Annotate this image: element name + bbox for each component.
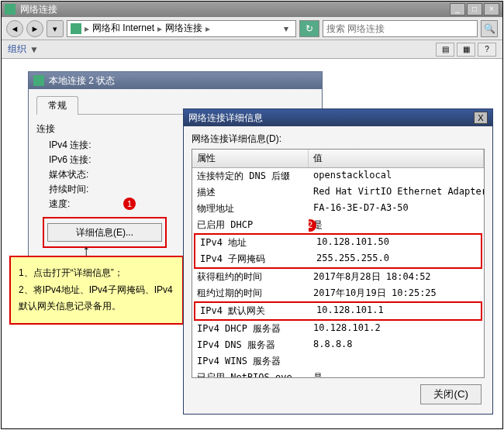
table-row[interactable]: 已启用 NetBIOS ove...是 xyxy=(192,370,484,378)
view-mode-1[interactable]: ▤ xyxy=(436,43,454,57)
table-row[interactable]: IPv4 地址10.128.101.50 xyxy=(195,235,481,251)
cell-value: openstacklocal xyxy=(309,169,484,184)
col-value[interactable]: 值 xyxy=(309,150,484,167)
status-titlebar[interactable]: 本地连接 2 状态 xyxy=(29,72,322,89)
listview-header: 属性 值 xyxy=(192,150,484,168)
cell-property: IPv4 DHCP 服务器 xyxy=(192,322,309,336)
connection-icon xyxy=(33,75,44,86)
label-ipv6-conn: IPv6 连接: xyxy=(49,153,119,167)
main-titlebar[interactable]: 网络连接 _ □ × xyxy=(2,2,502,17)
status-title: 本地连接 2 状态 xyxy=(49,74,317,88)
window-title: 网络连接 xyxy=(20,3,450,16)
label-media: 媒体状态: xyxy=(49,168,119,181)
table-row[interactable]: 租约过期的时间2017年10月19日 10:25:25 xyxy=(192,285,484,301)
connection-details-dialog: 网络连接详细信息 X 网络连接详细信息(D): 属性 值 连接特定的 DNS 后… xyxy=(183,108,493,415)
cell-property: 连接特定的 DNS 后缀 xyxy=(192,169,309,184)
table-row[interactable]: IPv4 WINS 服务器 xyxy=(192,353,484,370)
label-ipv4-conn: IPv4 连接: xyxy=(49,139,119,152)
cell-property: IPv4 DNS 服务器 xyxy=(192,338,309,353)
cell-property: 已启用 DHCP xyxy=(192,218,309,232)
cell-value: 10.128.101.50 xyxy=(312,236,481,250)
annotation-highlight-2: IPv4 地址10.128.101.50IPv4 子网掩码255.255.255… xyxy=(194,233,482,269)
details-close-x[interactable]: X xyxy=(474,112,488,124)
maximize-button[interactable]: □ xyxy=(467,3,482,15)
cell-property: IPv4 地址 xyxy=(195,236,312,250)
cell-value: 10.128.101.1 xyxy=(312,304,481,318)
cell-property: 获得租约的时间 xyxy=(192,270,309,284)
breadcrumb[interactable]: ▸ 网络和 Internet ▸ 网络连接 ▸ ▾ xyxy=(67,20,296,37)
breadcrumb-seg2[interactable]: 网络连接 xyxy=(165,22,202,35)
cell-value: 2017年8月28日 18:04:52 xyxy=(309,270,484,284)
annotation-tooltip: 1、点击打开“详细信息”； 2、将IPv4地址、IPv4子网掩码、IPv4默认网… xyxy=(9,256,184,325)
cell-value: FA-16-3E-D7-A3-50 xyxy=(309,201,484,216)
cell-value: 8.8.8.8 xyxy=(309,338,484,353)
label-duration: 持续时间: xyxy=(49,183,119,196)
cell-property: IPv4 默认网关 xyxy=(195,304,312,318)
table-row[interactable]: 获得租约的时间2017年8月28日 18:04:52 xyxy=(192,269,484,285)
table-row[interactable]: IPv4 子网掩码255.255.255.0 xyxy=(195,251,481,267)
table-row[interactable]: 连接特定的 DNS 后缀openstacklocal xyxy=(192,168,484,184)
col-property[interactable]: 属性 xyxy=(192,150,309,167)
tooltip-line2: 2、将IPv4地址、IPv4子网掩码、IPv4默认网关信息记录备用。 xyxy=(19,282,174,315)
view-mode-2[interactable]: ▦ xyxy=(457,43,475,57)
breadcrumb-dropdown[interactable]: ▾ xyxy=(280,23,292,34)
cell-property: IPv4 WINS 服务器 xyxy=(192,354,309,369)
cell-property: 描述 xyxy=(192,185,309,200)
details-button[interactable]: 详细信息(E)... xyxy=(47,223,162,242)
cell-property: 物理地址 xyxy=(192,201,309,216)
cell-value: Red Hat VirtIO Ethernet Adapter xyxy=(309,185,484,200)
breadcrumb-icon xyxy=(71,23,81,34)
search-input[interactable] xyxy=(326,23,474,34)
cell-value: 是 xyxy=(309,370,484,378)
history-dropdown[interactable]: ▾ xyxy=(47,20,64,37)
annotation-badge-2: 2 xyxy=(309,219,316,232)
details-list-label: 网络连接详细信息(D): xyxy=(192,132,485,146)
table-row[interactable]: IPv4 DNS 服务器8.8.8.8 xyxy=(192,337,484,353)
tooltip-line1: 1、点击打开“详细信息”； xyxy=(19,265,174,282)
search-button[interactable]: 🔍 xyxy=(481,20,498,37)
organize-bar: 组织 ▼ ▤ ▦ ? xyxy=(2,40,502,59)
minimize-button[interactable]: _ xyxy=(450,3,465,15)
details-close-button[interactable]: 关闭(C) xyxy=(420,384,482,404)
cell-property: 租约过期的时间 xyxy=(192,286,309,301)
back-button[interactable]: ◄ xyxy=(6,20,23,37)
forward-button[interactable]: ► xyxy=(26,20,43,37)
details-titlebar[interactable]: 网络连接详细信息 X xyxy=(184,109,492,126)
cell-value: 255.255.255.0 xyxy=(312,252,481,267)
cell-property: 已启用 NetBIOS ove... xyxy=(192,370,309,378)
table-row[interactable]: IPv4 DHCP 服务器10.128.101.2 xyxy=(192,321,484,337)
cell-value xyxy=(309,354,484,369)
close-button[interactable]: × xyxy=(484,3,499,15)
help-button[interactable]: ? xyxy=(478,43,496,57)
annotation-badge-1: 1 xyxy=(123,198,136,210)
organize-button[interactable]: 组织 xyxy=(8,43,26,56)
annotation-highlight-1: 详细信息(E)... xyxy=(43,217,167,248)
search-input-wrap[interactable] xyxy=(323,20,478,37)
app-icon xyxy=(5,4,16,15)
cell-value: 是2 xyxy=(309,218,484,232)
details-listview[interactable]: 属性 值 连接特定的 DNS 后缀openstacklocal描述Red Hat… xyxy=(192,149,485,378)
cell-property: IPv4 子网掩码 xyxy=(195,252,312,267)
organize-dropdown[interactable]: ▼ xyxy=(29,44,39,55)
chevron-icon: ▸ xyxy=(157,23,162,34)
chevron-icon: ▸ xyxy=(85,23,89,34)
cell-value: 10.128.101.2 xyxy=(309,322,484,336)
table-row[interactable]: 物理地址FA-16-3E-D7-A3-50 xyxy=(192,201,484,217)
label-speed: 速度: xyxy=(49,198,119,211)
details-title: 网络连接详细信息 xyxy=(188,112,474,125)
chevron-icon: ▸ xyxy=(205,23,210,34)
toolbar: ◄ ► ▾ ▸ 网络和 Internet ▸ 网络连接 ▸ ▾ ↻ 🔍 xyxy=(2,17,502,40)
table-row[interactable]: 已启用 DHCP是2 xyxy=(192,217,484,233)
refresh-button[interactable]: ↻ xyxy=(299,20,319,37)
annotation-highlight-3: IPv4 默认网关10.128.101.1 xyxy=(194,301,482,321)
table-row[interactable]: 描述Red Hat VirtIO Ethernet Adapter xyxy=(192,184,484,201)
tab-general[interactable]: 常规 xyxy=(36,96,78,115)
cell-value: 2017年10月19日 10:25:25 xyxy=(309,286,484,301)
breadcrumb-seg1[interactable]: 网络和 Internet xyxy=(92,22,154,35)
table-row[interactable]: IPv4 默认网关10.128.101.1 xyxy=(195,303,481,319)
